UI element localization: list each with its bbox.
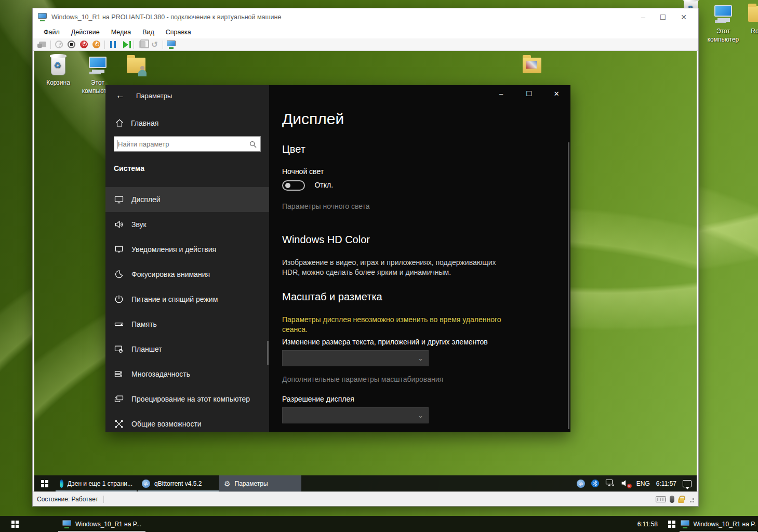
- volume-muted-icon[interactable]: ✕: [621, 480, 630, 487]
- resize-grip[interactable]: [688, 496, 694, 502]
- hdr-description: Изображение в видео, играх и приложениях…: [282, 258, 506, 277]
- resolution-label: Разрешение дисплея: [282, 395, 539, 403]
- vm-app-icon: [62, 520, 72, 528]
- desktop-icon-this-pc-host[interactable]: Этот компьютер: [703, 3, 743, 44]
- menu-help[interactable]: Справка: [161, 27, 196, 37]
- taskbar-app-edge[interactable]: Дзен и еще 1 страни...: [55, 475, 137, 491]
- shut-down-vm-icon[interactable]: [79, 40, 88, 49]
- host-taskbar-app-vmconnect[interactable]: Windows_10_R1 на P...: [57, 516, 147, 532]
- host-start-button-2[interactable]: [665, 516, 679, 532]
- night-light-toggle[interactable]: [282, 180, 305, 191]
- taskbar-app-settings[interactable]: ⚙ Параметры: [219, 475, 301, 491]
- sidebar-item-projecting[interactable]: Проецирование на этот компьютер: [105, 387, 269, 411]
- network-icon[interactable]: [605, 479, 615, 488]
- remote-session-warning: Параметры дисплея невозможно изменить во…: [282, 315, 511, 335]
- vm-titlebar[interactable]: Windows_10_R1 на PROLIANT-DL380 - подклю…: [33, 8, 698, 25]
- desktop-icon-recycle-bin[interactable]: Корзина: [38, 55, 78, 86]
- color-section-heading: Цвет: [282, 143, 539, 155]
- enhanced-session-icon[interactable]: [167, 40, 176, 49]
- pause-vm-icon[interactable]: [109, 40, 117, 49]
- sidebar-scrollbar[interactable]: [267, 341, 269, 365]
- desktop-icon-user-folder[interactable]: [116, 55, 156, 79]
- sidebar-item-shared-experiences[interactable]: Общие возможности: [105, 411, 269, 436]
- bluetooth-icon[interactable]: [591, 480, 599, 487]
- resume-vm-icon[interactable]: [121, 40, 130, 49]
- taskbar-app-qbittorrent[interactable]: qb qBittorrent v4.5.2: [137, 475, 219, 491]
- back-arrow-icon[interactable]: ←: [116, 90, 125, 101]
- vm-maximize-button[interactable]: ☐: [660, 13, 667, 21]
- menu-view[interactable]: Вид: [138, 27, 159, 37]
- menu-action[interactable]: Действие: [67, 27, 104, 37]
- content-scrollbar[interactable]: [568, 142, 569, 429]
- vm-toolbar: ↺: [33, 38, 698, 51]
- resolution-dropdown[interactable]: ⌄: [282, 407, 539, 423]
- sidebar-item-label: Уведомления и действия: [131, 245, 216, 254]
- vm-close-button[interactable]: ✕: [681, 13, 687, 21]
- display-icon: [114, 194, 124, 205]
- keyboard-icon: [656, 496, 666, 502]
- qbittorrent-tray-icon[interactable]: qb: [577, 480, 585, 488]
- desktop-icon-label: Этот компьютер: [703, 28, 743, 44]
- scale-dropdown[interactable]: ⌄: [282, 350, 539, 366]
- start-vm-icon[interactable]: [55, 40, 63, 49]
- moon-icon: [114, 269, 124, 280]
- settings-caption-buttons: – ☐ ✕: [487, 85, 570, 102]
- turn-off-vm-icon[interactable]: [67, 40, 76, 49]
- dual-monitor-desktop: Этот компьютер Rom Windows_10_R1 на PROL…: [0, 0, 758, 532]
- settings-minimize-button[interactable]: –: [487, 85, 515, 102]
- desktop-icon-media-folder[interactable]: [512, 55, 552, 79]
- sidebar-item-focus-assist[interactable]: Фокусировка внимания: [105, 262, 269, 287]
- sidebar-home-label: Главная: [131, 119, 158, 127]
- edge-icon: [60, 480, 63, 488]
- sidebar-item-notifications[interactable]: Уведомления и действия: [105, 237, 269, 262]
- save-vm-icon[interactable]: [138, 40, 147, 49]
- sidebar-item-home[interactable]: Главная: [105, 101, 269, 128]
- revert-vm-icon[interactable]: ↺: [150, 40, 159, 49]
- vm-minimize-button[interactable]: –: [641, 13, 645, 21]
- power-icon: [114, 294, 124, 304]
- settings-search-box[interactable]: [114, 136, 261, 152]
- host-start-button[interactable]: [0, 516, 30, 532]
- action-center-icon[interactable]: [683, 480, 691, 487]
- guest-start-button[interactable]: [34, 475, 55, 491]
- settings-maximize-button[interactable]: ☐: [515, 85, 542, 102]
- desktop-icon-label: Rom: [742, 28, 758, 35]
- scale-label: Изменение размера текста, приложений и д…: [282, 338, 539, 346]
- folder-icon: [745, 3, 758, 26]
- reset-vm-icon[interactable]: [92, 40, 101, 49]
- settings-close-button[interactable]: ✕: [543, 85, 570, 102]
- guest-clock[interactable]: 6:11:57: [656, 480, 676, 487]
- language-indicator[interactable]: ENG: [636, 480, 650, 487]
- windows-logo-icon: [11, 521, 19, 528]
- taskbar-app-label: Windows_10_R1 на P.: [694, 521, 756, 528]
- sidebar-item-label: Общие возможности: [131, 420, 202, 428]
- sidebar-item-label: Планшет: [131, 345, 162, 353]
- menu-media[interactable]: Медиа: [107, 27, 136, 37]
- sidebar-item-storage[interactable]: Память: [105, 312, 269, 337]
- desktop-icon-rom-folder[interactable]: Rom: [742, 3, 758, 35]
- menu-file[interactable]: Файл: [39, 27, 64, 37]
- mouse-icon: [670, 496, 674, 503]
- tablet-icon: [114, 344, 124, 354]
- sidebar-item-label: Питание и спящий режим: [131, 295, 218, 303]
- host-taskbar2-app-vmconnect[interactable]: Windows_10_R1 на P.: [679, 516, 758, 532]
- text-caret: [117, 140, 117, 149]
- sidebar-item-sound[interactable]: Звук: [105, 212, 269, 237]
- search-input[interactable]: [114, 137, 260, 151]
- advanced-scaling-link[interactable]: Дополнительные параметры масштабирования: [282, 375, 539, 383]
- night-light-settings-link[interactable]: Параметры ночного света: [282, 202, 539, 210]
- sidebar-item-power-sleep[interactable]: Питание и спящий режим: [105, 287, 269, 312]
- sound-icon: [114, 219, 124, 230]
- storage-icon: [114, 319, 124, 329]
- ctrl-alt-del-icon[interactable]: [38, 40, 47, 49]
- vm-app-icon: [681, 520, 690, 528]
- sidebar-item-label: Проецирование на этот компьютер: [131, 395, 250, 403]
- page-title: Дисплей: [282, 110, 539, 128]
- sidebar-item-display[interactable]: Дисплей: [105, 187, 269, 212]
- vm-window-title: Windows_10_R1 на PROLIANT-DL380 - подклю…: [51, 14, 641, 21]
- sidebar-item-label: Дисплей: [131, 195, 161, 204]
- sidebar-item-tablet[interactable]: Планшет: [105, 337, 269, 362]
- sidebar-item-multitasking[interactable]: Многозадачность: [105, 362, 269, 387]
- host-clock[interactable]: 6:11:58: [637, 521, 665, 528]
- this-pc-icon: [85, 55, 110, 77]
